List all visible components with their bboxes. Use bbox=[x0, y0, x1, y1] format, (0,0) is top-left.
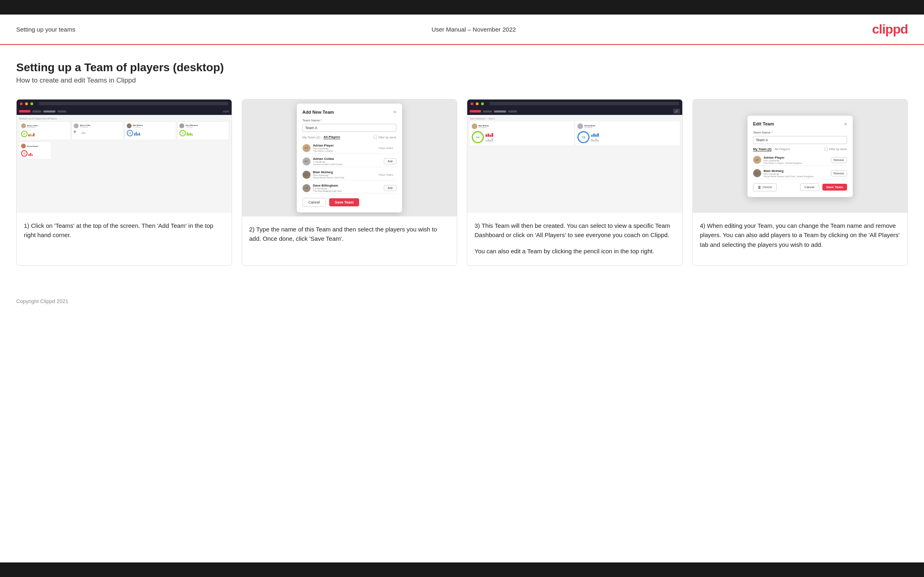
ss1-bar bbox=[30, 134, 31, 136]
edit-save-team-button[interactable]: Save Team bbox=[822, 184, 847, 191]
ss1-bottom-score: 72 bbox=[21, 150, 28, 157]
b bbox=[492, 133, 493, 137]
ss3-logo bbox=[470, 110, 481, 112]
ss3-nav-3 bbox=[508, 110, 517, 112]
player-info-4: Dave Billingham 5.9 Handicap The Dog Mag… bbox=[313, 184, 382, 192]
player-avatar-4: DB bbox=[302, 184, 311, 192]
dot-red bbox=[20, 102, 23, 105]
b bbox=[591, 139, 593, 142]
card-2-text: 2) Type the name of this Team and then s… bbox=[242, 216, 457, 265]
ss1-bar bbox=[33, 133, 34, 136]
trash-icon: 🗑 bbox=[758, 185, 761, 189]
ss3-charts-2 bbox=[591, 133, 677, 142]
ss3-card-2: Richard Butler Plus Handicap 72 bbox=[575, 121, 679, 145]
player-row-1: AP Adrian Player Plus Handicap The Shire… bbox=[302, 142, 396, 154]
player-list: AP Adrian Player Plus Handicap The Shire… bbox=[302, 142, 396, 194]
ss1-bar bbox=[190, 133, 191, 136]
player-action-4[interactable]: Add bbox=[384, 185, 396, 191]
edit-modal-header: Edit Team × bbox=[753, 121, 847, 127]
edit-tab-my-team[interactable]: My Team (2) bbox=[753, 147, 772, 151]
tab-all-players[interactable]: All Players bbox=[324, 135, 340, 139]
ss1-label: Viewing 0 out of 4 players from All Play… bbox=[19, 117, 229, 120]
ss1-content: Viewing 0 out of 4 players from All Play… bbox=[17, 115, 232, 213]
b bbox=[591, 135, 593, 137]
ss3-pencil-icon[interactable] bbox=[673, 109, 680, 114]
ss1-player-2: Adrian Coliba Plus Handicap 0 bbox=[72, 121, 123, 140]
ss1-bar bbox=[187, 132, 188, 136]
edit-tab-all-players[interactable]: All Players bbox=[775, 147, 790, 151]
page-title: Setting up a Team of players (desktop) bbox=[16, 61, 908, 74]
edit-player-name-2: Blair McHarg bbox=[764, 169, 828, 173]
player-avatar-1: AP bbox=[302, 144, 311, 152]
ss1-bars-1 bbox=[28, 132, 34, 136]
filter-label: Filter by name bbox=[378, 136, 396, 139]
ss3-name-1: Blair McHarg bbox=[479, 125, 489, 127]
ss1-bottom-avatar bbox=[21, 144, 26, 148]
save-team-button[interactable]: Save Team bbox=[329, 198, 359, 206]
ss3-nav bbox=[467, 108, 682, 115]
b bbox=[490, 135, 491, 137]
ss1-score-1: 84 bbox=[21, 131, 28, 137]
address-bar bbox=[39, 102, 228, 105]
page-subtitle: How to create and edit Teams in Clippd bbox=[16, 76, 908, 85]
ss1-bottom-name: Richard Butler bbox=[27, 145, 38, 147]
edit-player-sub-2b: Royal North Devon Golf Club, United King… bbox=[764, 175, 828, 178]
ss3-club-1: Plus Handicap bbox=[479, 127, 489, 128]
tab-my-team[interactable]: My Team (2) bbox=[302, 136, 320, 139]
logo: clippd bbox=[872, 22, 908, 37]
modal-close-icon[interactable]: × bbox=[393, 109, 396, 115]
ss1-bar bbox=[192, 134, 193, 136]
player-sub-2b: Central London Golf Centre bbox=[313, 163, 382, 165]
edit-player-row-1: AP Adrian Player Plus Handicap The Shire… bbox=[753, 155, 847, 166]
card-4-description: 4) When editing your Team, you can chang… bbox=[700, 221, 901, 249]
modal-footer: Cancel Save Team bbox=[302, 198, 396, 207]
ss1-player-info-4: Dave Billingham 5.9 Handicap bbox=[185, 124, 198, 128]
edit-team-modal: Edit Team × Team Name * My Team (2) All … bbox=[747, 116, 853, 197]
player-row-2: AC Adrian Coliba 1 Handicap Central Lond… bbox=[302, 156, 396, 167]
card-2: Add New Team × Team Name * My Team (2) A… bbox=[242, 99, 458, 266]
ss3-av-1 bbox=[472, 123, 477, 129]
edit-team-name-input[interactable] bbox=[753, 136, 847, 144]
remove-button-2[interactable]: Remove bbox=[831, 170, 847, 176]
b bbox=[488, 134, 489, 137]
b bbox=[597, 133, 599, 137]
ss1-bar bbox=[32, 155, 33, 156]
player-action-3[interactable]: Player Added bbox=[375, 172, 396, 177]
player-action-1[interactable]: Player Added bbox=[375, 146, 396, 151]
ss1-avatar-1 bbox=[21, 123, 26, 128]
copyright-text: Copyright Clippd 2021 bbox=[16, 298, 68, 304]
ss1-players-grid: Adrian Coliba Plus Handicap 84 bbox=[19, 121, 229, 140]
ss3-bars-2a bbox=[591, 133, 677, 137]
player-action-2[interactable]: Add bbox=[384, 158, 396, 164]
ss3-address-bar bbox=[490, 102, 679, 105]
screenshot-1: Viewing 0 out of 4 players from All Play… bbox=[17, 100, 232, 213]
player-name-1: Adrian Player bbox=[313, 144, 373, 147]
header-section-title: Setting up your teams bbox=[16, 26, 75, 33]
modal-tabs: My Team (2) All Players Filter by name bbox=[302, 135, 396, 139]
ss1-player-1: Adrian Coliba Plus Handicap 84 bbox=[19, 121, 70, 140]
cancel-button[interactable]: Cancel bbox=[302, 198, 326, 207]
ss3-bars-2b bbox=[591, 138, 677, 142]
main-content: Setting up a Team of players (desktop) H… bbox=[0, 45, 924, 294]
ss3-content: Team Dashboard — Team A Blair McHarg Plu… bbox=[467, 115, 682, 213]
screenshot-2: Add New Team × Team Name * My Team (2) A… bbox=[242, 100, 457, 216]
ss1-bars-3 bbox=[134, 132, 140, 136]
ss3-nav-2 bbox=[494, 110, 506, 112]
filter-checkbox[interactable] bbox=[374, 136, 377, 139]
modal-title: Add New Team bbox=[302, 110, 334, 115]
ss1-avatar-3 bbox=[127, 123, 132, 128]
team-name-label: Team Name * bbox=[302, 119, 396, 122]
delete-button[interactable]: 🗑 Delete bbox=[753, 183, 777, 191]
dot-g bbox=[481, 102, 484, 105]
ss3-info-1: Blair McHarg Plus Handicap bbox=[479, 125, 489, 128]
edit-filter-checkbox[interactable] bbox=[824, 148, 828, 151]
player-name-3: Blair McHarg bbox=[313, 170, 373, 174]
ss3-topbar bbox=[467, 100, 682, 108]
ss1-bar bbox=[137, 134, 138, 136]
player-sub-1b: The Shire, London bbox=[313, 150, 373, 152]
team-name-input[interactable] bbox=[302, 124, 396, 132]
ss1-nav bbox=[17, 108, 232, 115]
remove-button-1[interactable]: Remove bbox=[831, 157, 847, 163]
edit-cancel-button[interactable]: Cancel bbox=[800, 183, 819, 191]
edit-modal-close-icon[interactable]: × bbox=[844, 121, 847, 127]
